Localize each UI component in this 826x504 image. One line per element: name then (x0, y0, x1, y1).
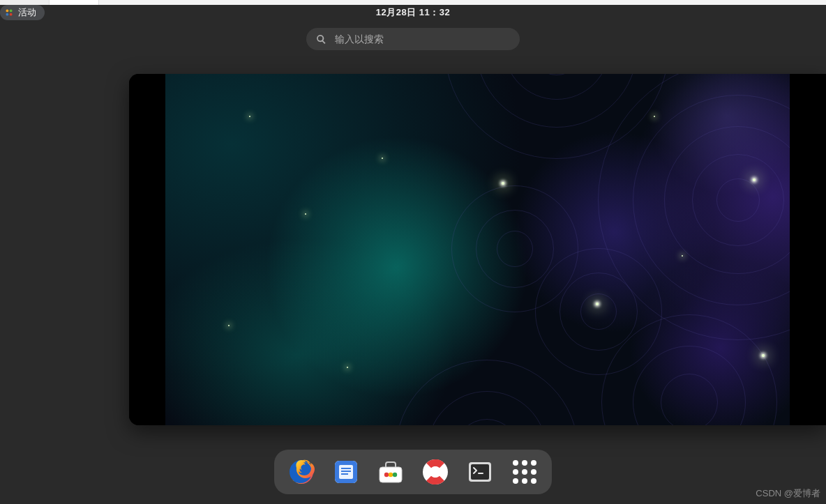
svg-point-2 (6, 13, 8, 16)
svg-rect-17 (471, 464, 489, 480)
dock-app-text-editor[interactable] (331, 457, 361, 487)
dock-app-help[interactable] (421, 457, 450, 487)
svg-rect-18 (478, 473, 483, 474)
svg-point-1 (10, 9, 13, 12)
svg-point-11 (384, 473, 389, 477)
firefox-icon (287, 458, 315, 486)
svg-point-13 (393, 473, 397, 477)
activities-label: 活动 (18, 6, 36, 19)
terminal-icon (467, 459, 493, 485)
svg-rect-9 (341, 471, 351, 472)
dash-dock (274, 450, 552, 494)
dock-app-terminal[interactable] (465, 457, 495, 487)
overview-search[interactable] (306, 28, 520, 50)
activities-button[interactable]: 活动 (0, 5, 45, 20)
clock[interactable]: 12月28日 11：32 (376, 5, 450, 20)
software-icon (377, 459, 405, 485)
dock-app-firefox[interactable] (287, 457, 316, 487)
svg-rect-10 (341, 473, 348, 475)
svg-point-12 (389, 473, 393, 477)
watermark-text: CSDN @爱博者 (756, 487, 820, 500)
search-icon (316, 34, 326, 45)
svg-point-0 (6, 9, 8, 12)
host-browser-tab-strip (0, 0, 826, 5)
svg-point-15 (430, 467, 440, 477)
dock-app-software[interactable] (376, 457, 405, 487)
letterbox-right (790, 74, 826, 425)
dock-show-apps[interactable] (510, 457, 539, 487)
search-input[interactable] (333, 33, 510, 45)
desktop-wallpaper (165, 74, 826, 425)
workspace-thumbnail[interactable] (129, 74, 826, 425)
letterbox-left (129, 74, 165, 425)
top-bar: 活动 12月28日 11：32 (0, 5, 826, 20)
svg-point-3 (10, 13, 13, 16)
app-grid-icon (513, 460, 536, 484)
text-editor-icon (333, 459, 359, 485)
svg-rect-8 (341, 468, 351, 469)
distro-logo-icon (4, 8, 14, 17)
help-icon (421, 458, 449, 486)
